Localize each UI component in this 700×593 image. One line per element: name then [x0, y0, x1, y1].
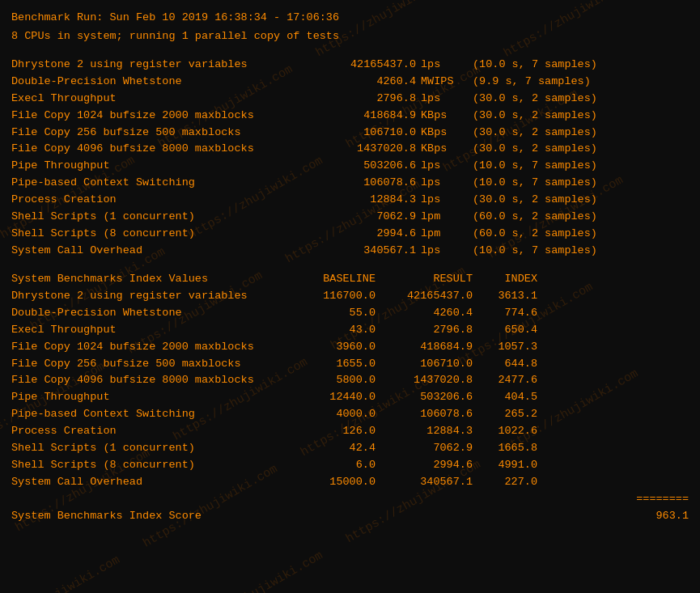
index-index: 774.6: [473, 305, 537, 322]
index-result: 42165437.0: [375, 288, 473, 305]
index-data-row: Dhrystone 2 using register variables1167…: [11, 288, 689, 305]
benchmark-label: Pipe Throughput: [11, 158, 286, 175]
benchmark-timing: (60.0 s, 2 samples): [465, 209, 597, 226]
index-label: Pipe-based Context Switching: [11, 406, 286, 423]
benchmark-row: Double-Precision Whetstone4260.4MWIPS(9.…: [11, 74, 689, 91]
index-label: Dhrystone 2 using register variables: [11, 288, 286, 305]
benchmark-row: File Copy 256 bufsize 500 maxblocks10671…: [11, 125, 689, 142]
benchmark-value: 12884.3: [286, 192, 416, 209]
benchmark-row: Process Creation12884.3lps(30.0 s, 2 sam…: [11, 192, 689, 209]
benchmark-label: Shell Scripts (8 concurrent): [11, 226, 286, 243]
benchmark-row: File Copy 4096 bufsize 8000 maxblocks143…: [11, 141, 689, 158]
score-section: ========System Benchmarks Index Score963…: [11, 491, 689, 525]
index-index: 2477.6: [473, 372, 537, 389]
index-data-row: File Copy 256 bufsize 500 maxblocks1655.…: [11, 356, 689, 373]
benchmark-timing: (30.0 s, 2 samples): [465, 192, 597, 209]
index-col-index-header: INDEX: [473, 271, 537, 288]
index-result: 106710.0: [375, 356, 473, 373]
benchmark-row: Pipe-based Context Switching106078.6lps(…: [11, 175, 689, 192]
benchmark-unit: lps: [416, 57, 465, 74]
index-result: 1437020.8: [375, 372, 473, 389]
index-header-row: System Benchmarks Index ValuesBASELINERE…: [11, 271, 689, 288]
benchmark-label: File Copy 1024 bufsize 2000 maxblocks: [11, 108, 286, 125]
benchmark-row: Dhrystone 2 using register variables4216…: [11, 57, 689, 74]
index-baseline: 3960.0: [286, 339, 375, 356]
index-result: 503206.6: [375, 389, 473, 406]
header-line2: 8 CPUs in system; running 1 parallel cop…: [11, 28, 689, 45]
benchmark-list: Dhrystone 2 using register variables4216…: [11, 57, 689, 260]
index-col-baseline-header: BASELINE: [286, 271, 375, 288]
benchmark-label: Pipe-based Context Switching: [11, 175, 286, 192]
benchmark-row: Pipe Throughput503206.6lps(10.0 s, 7 sam…: [11, 158, 689, 175]
index-data-row: Pipe-based Context Switching4000.0106078…: [11, 406, 689, 423]
benchmark-row: Execl Throughput2796.8lps(30.0 s, 2 samp…: [11, 91, 689, 108]
index-baseline: 126.0: [286, 423, 375, 440]
benchmark-row: System Call Overhead340567.1lps(10.0 s, …: [11, 243, 689, 260]
benchmark-unit: lpm: [416, 209, 465, 226]
index-data-row: File Copy 1024 bufsize 2000 maxblocks396…: [11, 339, 689, 356]
benchmark-value: 7062.9: [286, 209, 416, 226]
benchmark-unit: lps: [416, 243, 465, 260]
benchmark-value: 106078.6: [286, 175, 416, 192]
index-index: 644.8: [473, 356, 537, 373]
index-result: 2994.6: [375, 457, 473, 474]
divider-row: ========: [11, 491, 689, 508]
index-index: 265.2: [473, 406, 537, 423]
index-label: Double-Precision Whetstone: [11, 305, 286, 322]
score-label: System Benchmarks Index Score: [11, 508, 286, 525]
index-result: 2796.8: [375, 322, 473, 339]
index-label: File Copy 256 bufsize 500 maxblocks: [11, 356, 286, 373]
index-baseline: 12440.0: [286, 389, 375, 406]
index-index: 404.5: [473, 389, 537, 406]
index-data-row: Execl Throughput43.02796.8650.4: [11, 322, 689, 339]
benchmark-label: File Copy 4096 bufsize 8000 maxblocks: [11, 141, 286, 158]
index-label: Process Creation: [11, 423, 286, 440]
index-label: Shell Scripts (8 concurrent): [11, 457, 286, 474]
benchmark-timing: (10.0 s, 7 samples): [465, 175, 597, 192]
index-baseline: 15000.0: [286, 474, 375, 491]
index-baseline: 42.4: [286, 440, 375, 457]
header-line1: Benchmark Run: Sun Feb 10 2019 16:38:34 …: [11, 10, 689, 27]
benchmark-unit: KBps: [416, 108, 465, 125]
benchmark-label: Double-Precision Whetstone: [11, 74, 286, 91]
benchmark-value: 4260.4: [286, 74, 416, 91]
benchmark-label: System Call Overhead: [11, 243, 286, 260]
benchmark-value: 106710.0: [286, 125, 416, 142]
index-label: File Copy 4096 bufsize 8000 maxblocks: [11, 372, 286, 389]
index-data-row: Shell Scripts (1 concurrent)42.47062.916…: [11, 440, 689, 457]
index-result: 106078.6: [375, 406, 473, 423]
benchmark-value: 2994.6: [286, 226, 416, 243]
benchmark-value: 42165437.0: [286, 57, 416, 74]
benchmark-label: File Copy 256 bufsize 500 maxblocks: [11, 125, 286, 142]
index-index: 4991.0: [473, 457, 537, 474]
index-result: 7062.9: [375, 440, 473, 457]
index-baseline: 116700.0: [286, 288, 375, 305]
benchmark-timing: (10.0 s, 7 samples): [465, 243, 597, 260]
index-data-row: File Copy 4096 bufsize 8000 maxblocks580…: [11, 372, 689, 389]
index-label: Shell Scripts (1 concurrent): [11, 440, 286, 457]
index-col-label-header: System Benchmarks Index Values: [11, 271, 286, 288]
index-index: 1022.6: [473, 423, 537, 440]
benchmark-unit: lps: [416, 192, 465, 209]
index-index: 227.0: [473, 474, 537, 491]
index-index: 650.4: [473, 322, 537, 339]
index-label: Execl Throughput: [11, 322, 286, 339]
benchmark-timing: (30.0 s, 2 samples): [465, 91, 597, 108]
index-baseline: 1655.0: [286, 356, 375, 373]
benchmark-value: 503206.6: [286, 158, 416, 175]
content: Benchmark Run: Sun Feb 10 2019 16:38:34 …: [11, 10, 689, 525]
index-col-result-header: RESULT: [375, 271, 473, 288]
benchmark-timing: (30.0 s, 2 samples): [465, 141, 597, 158]
score-divider: ========: [624, 491, 689, 508]
benchmark-label: Shell Scripts (1 concurrent): [11, 209, 286, 226]
index-data-row: Pipe Throughput12440.0503206.6404.5: [11, 389, 689, 406]
index-data-row: Double-Precision Whetstone55.04260.4774.…: [11, 305, 689, 322]
benchmark-timing: (9.9 s, 7 samples): [465, 74, 594, 91]
index-result: 418684.9: [375, 339, 473, 356]
benchmark-label: Execl Throughput: [11, 91, 286, 108]
index-table: System Benchmarks Index ValuesBASELINERE…: [11, 271, 689, 491]
index-index: 3613.1: [473, 288, 537, 305]
benchmark-row: File Copy 1024 bufsize 2000 maxblocks418…: [11, 108, 689, 125]
index-label: System Call Overhead: [11, 474, 286, 491]
index-baseline: 6.0: [286, 457, 375, 474]
